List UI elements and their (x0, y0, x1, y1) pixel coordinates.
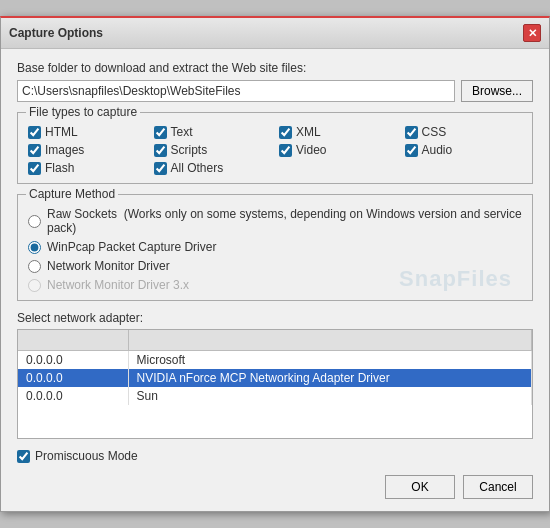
adapter-row-sun[interactable]: 0.0.0.0 Sun (18, 387, 532, 405)
filetype-text[interactable]: Text (154, 125, 272, 139)
adapter-table-wrapper[interactable]: 0.0.0.0 Microsoft 0.0.0.0 NVIDIA nForce … (17, 329, 533, 439)
capture-method-winpcap[interactable]: WinPcap Packet Capture Driver (28, 240, 522, 254)
close-button[interactable]: ✕ (523, 24, 541, 42)
folder-label: Base folder to download and extract the … (17, 61, 533, 75)
browse-button[interactable]: Browse... (461, 80, 533, 102)
filetype-flash[interactable]: Flash (28, 161, 146, 175)
capture-method-netmon3[interactable]: Network Monitor Driver 3.x (28, 278, 522, 292)
promiscuous-checkbox[interactable] (17, 450, 30, 463)
folder-row: Browse... (17, 80, 533, 102)
capture-method-raw[interactable]: Raw Sockets (Works only on some systems,… (28, 207, 522, 235)
capture-method-raw-radio[interactable] (28, 215, 41, 228)
dialog-title: Capture Options (9, 26, 103, 40)
filetype-scripts-checkbox[interactable] (154, 144, 167, 157)
adapter-row-nvidia[interactable]: 0.0.0.0 NVIDIA nForce MCP Networking Ada… (18, 369, 532, 387)
folder-input[interactable] (17, 80, 455, 102)
filetype-scripts[interactable]: Scripts (154, 143, 272, 157)
file-types-grid: HTML Text XML CSS Images (28, 125, 522, 175)
filetype-allothers[interactable]: All Others (154, 161, 272, 175)
filetype-html-checkbox[interactable] (28, 126, 41, 139)
promiscuous-row: Promiscuous Mode (17, 449, 533, 463)
filetype-css-checkbox[interactable] (405, 126, 418, 139)
filetype-css[interactable]: CSS (405, 125, 523, 139)
title-bar: Capture Options ✕ (1, 18, 549, 49)
adapter-col-name (128, 330, 532, 350)
adapter-label: Select network adapter: (17, 311, 533, 325)
promiscuous-label: Promiscuous Mode (35, 449, 138, 463)
adapter-col-ip (18, 330, 128, 350)
filetype-html[interactable]: HTML (28, 125, 146, 139)
file-types-group: File types to capture HTML Text XML CSS (17, 112, 533, 184)
button-row: OK Cancel (17, 475, 533, 499)
ok-button[interactable]: OK (385, 475, 455, 499)
adapter-name-2: NVIDIA nForce MCP Networking Adapter Dri… (128, 369, 532, 387)
filetype-flash-checkbox[interactable] (28, 162, 41, 175)
capture-method-netmon-radio[interactable] (28, 260, 41, 273)
filetype-xml-checkbox[interactable] (279, 126, 292, 139)
adapter-name-3: Sun (128, 387, 532, 405)
adapter-ip-1: 0.0.0.0 (18, 350, 128, 369)
filetype-audio[interactable]: Audio (405, 143, 523, 157)
capture-method-winpcap-radio[interactable] (28, 241, 41, 254)
capture-method-group: Capture Method Raw Sockets (Works only o… (17, 194, 533, 301)
cancel-button[interactable]: Cancel (463, 475, 533, 499)
filetype-video-checkbox[interactable] (279, 144, 292, 157)
capture-method-netmon3-radio[interactable] (28, 279, 41, 292)
filetype-xml[interactable]: XML (279, 125, 397, 139)
capture-method-radios: Raw Sockets (Works only on some systems,… (28, 207, 522, 292)
capture-method-netmon[interactable]: Network Monitor Driver (28, 259, 522, 273)
filetype-images-checkbox[interactable] (28, 144, 41, 157)
filetype-allothers-checkbox[interactable] (154, 162, 167, 175)
dialog-content: Base folder to download and extract the … (1, 49, 549, 511)
adapter-table: 0.0.0.0 Microsoft 0.0.0.0 NVIDIA nForce … (18, 330, 532, 405)
capture-options-dialog: Capture Options ✕ Base folder to downloa… (0, 16, 550, 512)
adapter-name-1: Microsoft (128, 350, 532, 369)
adapter-ip-3: 0.0.0.0 (18, 387, 128, 405)
filetype-audio-checkbox[interactable] (405, 144, 418, 157)
filetype-video[interactable]: Video (279, 143, 397, 157)
file-types-title: File types to capture (26, 105, 140, 119)
adapter-row-microsoft[interactable]: 0.0.0.0 Microsoft (18, 350, 532, 369)
adapter-ip-2: 0.0.0.0 (18, 369, 128, 387)
capture-method-title: Capture Method (26, 187, 118, 201)
filetype-images[interactable]: Images (28, 143, 146, 157)
filetype-text-checkbox[interactable] (154, 126, 167, 139)
